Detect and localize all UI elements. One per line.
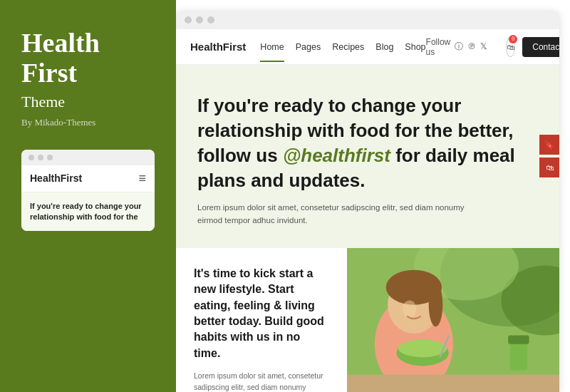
mini-browser-content: If you're ready to change your relations… — [21, 192, 155, 232]
browser-window: HealthFirst Home Pages Recipes Blog Shop… — [176, 11, 559, 392]
mini-dot-1 — [28, 155, 34, 160]
nav-link-home[interactable]: Home — [260, 42, 284, 52]
bottom-text-area: It's time to kick start a new lifestyle.… — [176, 248, 347, 392]
cart-badge: 0 — [509, 35, 517, 43]
mini-preview-text: If you're ready to change your relations… — [30, 201, 146, 223]
site-navigation: HealthFirst Home Pages Recipes Blog Shop… — [176, 29, 559, 65]
mini-browser-preview: HealthFirst ≡ If you're ready to change … — [21, 150, 155, 232]
woman-salad-illustration — [347, 248, 559, 392]
contact-button[interactable]: Contact us — [522, 37, 559, 57]
bookmark-icon: 🔖 — [544, 140, 554, 150]
mini-dot-2 — [38, 155, 43, 160]
browser-dot-3 — [207, 16, 214, 24]
svg-rect-14 — [508, 335, 529, 344]
sidebar-subtitle: Theme — [21, 93, 155, 111]
bottom-paragraph: Lorem ipsum dolor sit amet, consetetur s… — [194, 370, 329, 392]
browser-dot-2 — [196, 16, 203, 24]
bag-icon: 🛍 — [546, 163, 554, 172]
hero-heading: If you're ready to change your relations… — [197, 93, 538, 193]
hero-side-buttons: 🔖 🛍 — [539, 135, 559, 177]
svg-rect-12 — [347, 375, 559, 393]
hero-section: If you're ready to change your relations… — [176, 65, 559, 248]
browser-toolbar — [176, 11, 559, 29]
nav-link-recipes[interactable]: Recipes — [332, 42, 364, 52]
cart-icon[interactable]: 🛍 0 — [506, 37, 515, 57]
mini-browser-bar — [21, 150, 155, 165]
svg-point-10 — [398, 340, 447, 358]
nav-link-pages[interactable]: Pages — [296, 42, 321, 52]
mini-hamburger-icon: ≡ — [138, 171, 146, 186]
nav-link-blog[interactable]: Blog — [375, 42, 393, 52]
mini-dot-3 — [47, 155, 53, 160]
sidebar: Health First Theme By Mikado-Themes Heal… — [0, 0, 176, 392]
browser-dot-1 — [185, 16, 192, 24]
mini-browser-header: HealthFirst ≡ — [21, 165, 155, 192]
twitter-icon[interactable]: 𝕏 — [480, 41, 487, 52]
sidebar-author: By Mikado-Themes — [21, 117, 155, 128]
social-icons: ⓘ ℗ 𝕏 — [455, 41, 487, 53]
nav-links: Home Pages Recipes Blog Shop — [260, 42, 425, 52]
hero-handle: @healthfirst — [283, 145, 390, 166]
bottom-section: It's time to kick start a new lifestyle.… — [176, 248, 559, 392]
follow-us-label: Follow us — [426, 37, 451, 57]
svg-point-7 — [429, 283, 443, 326]
site-logo: HealthFirst — [190, 41, 246, 53]
hero-subtext: Lorem ipsum dolor sit amet, consetetur s… — [197, 202, 468, 227]
nav-link-shop[interactable]: Shop — [405, 42, 425, 52]
side-button-1[interactable]: 🔖 — [539, 135, 559, 155]
svg-rect-13 — [510, 340, 528, 371]
main-content: HealthFirst Home Pages Recipes Blog Shop… — [176, 0, 570, 392]
bottom-image — [347, 248, 559, 392]
side-button-2[interactable]: 🛍 — [539, 158, 559, 177]
svg-point-8 — [403, 300, 417, 318]
bottom-heading: It's time to kick start a new lifestyle.… — [194, 266, 329, 361]
mini-logo: HealthFirst — [30, 172, 82, 184]
instagram-icon[interactable]: ⓘ — [455, 41, 463, 53]
sidebar-title: Health First — [21, 29, 155, 88]
pinterest-icon[interactable]: ℗ — [467, 41, 476, 52]
